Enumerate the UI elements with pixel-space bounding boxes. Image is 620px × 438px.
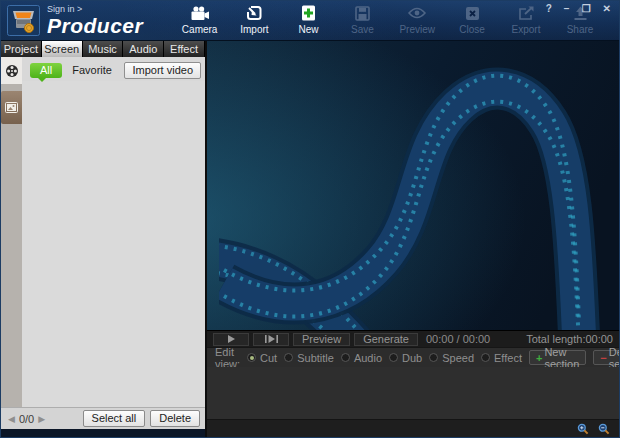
video-preview-area bbox=[207, 41, 619, 330]
edit-view-label: Edit view: bbox=[215, 346, 240, 370]
radio-dub-label: Dub bbox=[402, 352, 422, 364]
radio-effect-icon bbox=[481, 353, 490, 362]
image-media-tab[interactable] bbox=[1, 91, 22, 124]
editor-column: Preview Generate 00:00 / 00:00 Total len… bbox=[207, 41, 619, 437]
generate-button[interactable]: Generate bbox=[354, 333, 418, 346]
film-reel-icon bbox=[5, 64, 19, 78]
radio-dub[interactable]: Dub bbox=[389, 352, 422, 364]
new-section-label: New section bbox=[544, 346, 579, 370]
step-frame-button[interactable] bbox=[253, 333, 289, 346]
radio-subtitle[interactable]: Subtitle bbox=[284, 352, 334, 364]
radio-cut-label: Cut bbox=[260, 352, 277, 364]
radio-subtitle-label: Subtitle bbox=[297, 352, 334, 364]
title-bar: Sign in > Producer Camera Import New bbox=[1, 1, 619, 41]
camera-button[interactable]: Camera bbox=[182, 4, 218, 35]
help-button[interactable]: ? bbox=[546, 3, 552, 15]
del-section-button[interactable]: − Del section bbox=[593, 350, 620, 365]
del-section-label: Del section bbox=[609, 346, 620, 370]
import-button[interactable]: Import bbox=[237, 4, 271, 35]
library-body: All Favorite Import video bbox=[1, 57, 205, 407]
favorite-filter[interactable]: Favorite bbox=[72, 64, 112, 76]
new-icon bbox=[301, 4, 316, 22]
radio-audio-icon bbox=[341, 353, 350, 362]
video-media-tab[interactable] bbox=[1, 57, 22, 84]
radio-effect-label: Effect bbox=[494, 352, 522, 364]
radio-dub-icon bbox=[389, 353, 398, 362]
radio-audio-label: Audio bbox=[354, 352, 382, 364]
play-button[interactable] bbox=[213, 333, 249, 346]
close-box-icon bbox=[465, 4, 480, 22]
new-label: New bbox=[298, 24, 318, 35]
app-title: Producer bbox=[47, 15, 143, 36]
panel-footer bbox=[1, 429, 205, 437]
import-video-button[interactable]: Import video bbox=[124, 62, 201, 79]
library-tabs: Project Screen Music Audio Effect bbox=[1, 41, 205, 57]
media-type-strip bbox=[1, 57, 22, 407]
import-icon bbox=[246, 4, 262, 22]
import-label: Import bbox=[240, 24, 268, 35]
radio-speed-label: Speed bbox=[442, 352, 474, 364]
prev-page-arrow-icon[interactable]: ◀ bbox=[6, 414, 17, 424]
playback-bar: Preview Generate 00:00 / 00:00 Total len… bbox=[207, 330, 619, 347]
share-label: Share bbox=[567, 24, 594, 35]
camera-icon bbox=[190, 4, 210, 22]
radio-audio[interactable]: Audio bbox=[341, 352, 382, 364]
app-logo-icon bbox=[7, 5, 40, 36]
timeline-area bbox=[207, 367, 619, 419]
zoom-out-icon bbox=[598, 423, 610, 435]
preview-button-toolbar[interactable]: Preview bbox=[399, 4, 435, 35]
preview-label: Preview bbox=[399, 24, 435, 35]
new-section-button[interactable]: + New section bbox=[529, 350, 586, 365]
filter-all-tag[interactable]: All bbox=[30, 63, 62, 78]
play-icon bbox=[227, 335, 235, 343]
tab-music[interactable]: Music bbox=[83, 41, 124, 57]
export-label: Export bbox=[512, 24, 541, 35]
preview-play-button[interactable]: Preview bbox=[293, 333, 350, 346]
tab-project[interactable]: Project bbox=[1, 41, 42, 57]
zoom-in-icon bbox=[577, 423, 589, 435]
camera-label: Camera bbox=[182, 24, 218, 35]
zoom-in-button[interactable] bbox=[577, 423, 589, 435]
tab-screen[interactable]: Screen bbox=[42, 41, 83, 57]
delete-button[interactable]: Delete bbox=[150, 410, 200, 427]
picture-icon bbox=[5, 102, 18, 113]
save-label: Save bbox=[351, 24, 374, 35]
export-button[interactable]: Export bbox=[509, 4, 543, 35]
window-controls: ? − ❐ ✕ bbox=[546, 3, 611, 15]
maximize-button[interactable]: ❐ bbox=[582, 3, 591, 15]
preview-eye-icon bbox=[408, 4, 426, 22]
close-window-button[interactable]: ✕ bbox=[603, 3, 611, 15]
select-all-button[interactable]: Select all bbox=[83, 410, 146, 427]
library-content: All Favorite Import video bbox=[22, 57, 205, 407]
library-panel: Project Screen Music Audio Effect bbox=[1, 41, 207, 437]
page-counter: 0/0 bbox=[19, 413, 34, 425]
minus-icon: − bbox=[600, 352, 606, 364]
timeline-zoom-bar bbox=[207, 419, 619, 437]
plus-icon: + bbox=[536, 352, 542, 364]
app-window: Sign in > Producer Camera Import New bbox=[0, 0, 620, 438]
library-bottom-bar: ◀ 0/0 ▶ Select all Delete bbox=[1, 407, 205, 429]
radio-speed[interactable]: Speed bbox=[429, 352, 474, 364]
radio-effect[interactable]: Effect bbox=[481, 352, 522, 364]
radio-cut[interactable]: Cut bbox=[247, 352, 277, 364]
step-frame-icon bbox=[264, 335, 279, 343]
radio-subtitle-icon bbox=[284, 353, 293, 362]
filmstrip-graphic bbox=[219, 45, 619, 330]
zoom-out-button[interactable] bbox=[598, 423, 610, 435]
brand-block: Sign in > Producer bbox=[47, 5, 143, 36]
time-display: 00:00 / 00:00 bbox=[426, 333, 490, 345]
library-header: All Favorite Import video bbox=[22, 57, 205, 81]
minimize-button[interactable]: − bbox=[564, 3, 570, 15]
close-label: Close bbox=[459, 24, 485, 35]
total-length-display: Total length:00:00 bbox=[526, 333, 613, 345]
save-button[interactable]: Save bbox=[345, 4, 379, 35]
new-button[interactable]: New bbox=[291, 4, 325, 35]
next-page-arrow-icon[interactable]: ▶ bbox=[36, 414, 47, 424]
radio-speed-icon bbox=[429, 353, 438, 362]
tab-audio[interactable]: Audio bbox=[123, 41, 164, 57]
export-icon bbox=[518, 4, 535, 22]
sign-in-link[interactable]: Sign in > bbox=[47, 5, 143, 14]
close-project-button[interactable]: Close bbox=[455, 4, 489, 35]
tab-effect[interactable]: Effect bbox=[164, 41, 205, 57]
save-icon bbox=[355, 4, 370, 22]
